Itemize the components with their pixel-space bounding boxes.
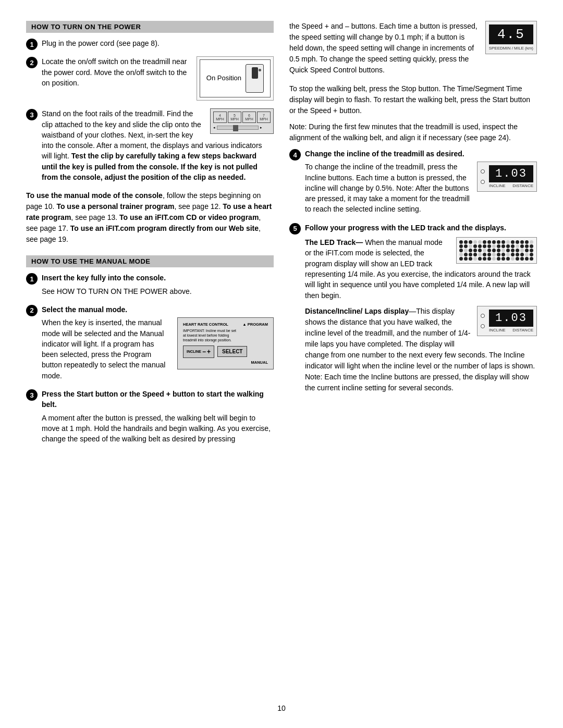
led-45 [516, 249, 519, 252]
led-39 [487, 249, 491, 252]
laps-dots [481, 169, 485, 184]
manual-step2-row: 2 Select the manual mode. HEART RATE CON… [26, 304, 274, 384]
speed-btn-5mph: 5MPH [228, 112, 241, 123]
led-35 [469, 249, 472, 252]
led-64 [530, 253, 533, 256]
led-6 [483, 240, 486, 244]
led-67 [469, 257, 472, 261]
speed-btn-6mph: 6MPH [242, 112, 256, 123]
section1-header: HOW TO TURN ON THE POWER [26, 21, 274, 33]
led-51 [469, 253, 472, 256]
manual-step2-number: 2 [26, 305, 38, 316]
step2-content: On Position Locate the on/off switch on … [42, 56, 274, 103]
speed-display-container: 4.5 SPEED MIN / MILE (km) [485, 21, 537, 54]
page-number: 10 [277, 704, 286, 712]
step1-row: 1 Plug in the power cord (see page 8). [26, 38, 274, 51]
manual-mode-intro: To use the manual mode of the console, f… [26, 190, 274, 245]
led-27 [506, 244, 510, 248]
led-50 [464, 253, 468, 256]
cp-incline-control[interactable]: INCLINE − + [183, 346, 214, 358]
led-71 [487, 257, 491, 261]
led-21 [478, 244, 482, 248]
led-70 [483, 257, 486, 261]
led-63 [525, 253, 529, 256]
speed-btn-4mph: 4MPH [213, 112, 227, 123]
note-text: Note: During the first few minutes that … [289, 121, 537, 143]
led-76 [511, 257, 515, 261]
step1-content: Plug in the power cord (see page 8). [42, 38, 274, 51]
step3-row: 3 4MPH 5MPH 6MPH 7MPH ◂ [26, 108, 274, 185]
on-position-label: On Position [206, 74, 241, 83]
led-37 [478, 249, 482, 252]
switch-icon [246, 64, 264, 93]
led-62 [520, 253, 524, 256]
step4-bold: Change the incline of the treadmill as d… [305, 150, 464, 158]
manual-step3-content: Press the Start button or the Speed + bu… [42, 389, 274, 447]
step4-content: Change the incline of the treadmill as d… [305, 149, 537, 217]
speed-buttons-figure: 4MPH 5MPH 6MPH 7MPH ◂ ▸ [210, 108, 274, 134]
led-53 [478, 253, 482, 256]
led-60 [511, 253, 515, 256]
cp-minus-icon: − [202, 348, 206, 355]
speed-slider-thumb [233, 125, 238, 131]
led-74 [501, 257, 505, 261]
led-3 [469, 240, 472, 244]
led-36 [473, 249, 477, 252]
speed-label: SPEED [489, 46, 503, 51]
led-25 [497, 244, 500, 248]
manual-step2-bold: Select the manual mode. [42, 305, 127, 314]
led-38 [483, 249, 486, 252]
laps-display-inner: 1.03 INCLINE DISTANCE [481, 310, 533, 332]
step1-number: 1 [26, 39, 38, 50]
led-1 [459, 240, 463, 244]
on-position-figure: On Position [197, 56, 274, 101]
step5-number: 5 [289, 223, 301, 235]
led-32 [530, 244, 533, 248]
led-10 [501, 240, 505, 244]
speed-display-labels: SPEED MIN / MILE (km) [489, 46, 533, 51]
incline-display-inner: 1.03 INCLINE DISTANCE [481, 165, 533, 188]
led-65 [459, 257, 463, 261]
led-13 [516, 240, 519, 244]
manual-intro-text: To use the manual mode of the console, f… [26, 190, 274, 245]
led-12 [511, 240, 515, 244]
step2-number: 2 [26, 57, 38, 68]
led-80 [530, 257, 533, 261]
led-30 [520, 244, 524, 248]
manual-step1-row: 1 Insert the key fully into the console.… [26, 273, 274, 299]
laps-dot-bottom2 [481, 324, 485, 328]
distance-incline-section: 1.03 INCLINE DISTANCE Distance/Incline/ … [305, 306, 537, 393]
cp-select-button[interactable]: SELECT [217, 346, 247, 357]
led-29 [516, 244, 519, 248]
led-33 [459, 249, 463, 252]
led-2 [464, 240, 468, 244]
led-7 [487, 240, 491, 244]
led-77 [516, 257, 519, 261]
led-43 [506, 249, 510, 252]
laps-value-display: 1.03 [489, 310, 533, 327]
min-mile-label: MIN / MILE (km) [503, 46, 533, 51]
led-55 [487, 253, 491, 256]
led-19 [469, 244, 472, 248]
incline-number-display-wrap: 1.03 INCLINE DISTANCE [489, 165, 533, 188]
manual-step3-number: 3 [26, 389, 38, 401]
distance-label: DISTANCE [512, 183, 533, 188]
speed-display-figure: 4.5 SPEED MIN / MILE (km) [485, 21, 537, 54]
led-72 [492, 257, 496, 261]
led-78 [520, 257, 524, 261]
stop-text-paragraph: To stop the walking belt, press the Stop… [289, 83, 537, 116]
cp-heart-rate-label: HEART RATE CONTROL [183, 322, 228, 327]
led-52 [473, 253, 477, 256]
incline-value-display: 1.03 [489, 165, 533, 182]
led-24 [492, 244, 496, 248]
incline-label2: INCLINE [489, 328, 506, 332]
led-57 [497, 253, 500, 256]
step3-content: 4MPH 5MPH 6MPH 7MPH ◂ ▸ [42, 108, 274, 185]
led-69 [478, 257, 482, 261]
led-15 [525, 240, 529, 244]
incline-display-labels: INCLINE DISTANCE [489, 183, 533, 188]
cp-header-row: HEART RATE CONTROL ▲ PROGRAM [183, 322, 268, 327]
switch-dot [259, 69, 261, 71]
laps-display-header: Laps display [364, 307, 409, 315]
step5-bold: Follow your progress with the LED track … [305, 224, 506, 232]
